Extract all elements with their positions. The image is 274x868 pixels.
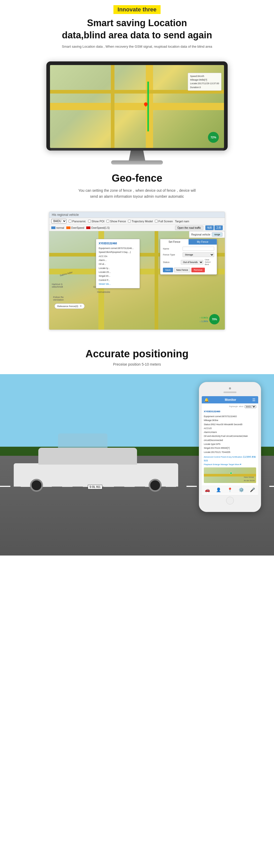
phone-screen: 🔔 Monitor ☰ Rightangle allout: BAIDU XY0… (202, 396, 258, 495)
set-fence-dialog: Set Fence My Fence Name Fence Type Stora… (160, 239, 217, 275)
car-body (14, 463, 178, 487)
car-cabin (38, 448, 137, 465)
monitor-stand (46, 151, 228, 164)
password-link[interactable]: 忘记密码 (243, 456, 251, 458)
map-green-route (147, 82, 149, 131)
monitor-screen: Speed:0Km/h Mileage:0Mile[?] Locate:2017… (50, 65, 224, 148)
phone-titlebar: 🔔 Monitor ☰ (202, 396, 258, 403)
more-link[interactable]: More▼ (235, 463, 242, 466)
speed-badges-row: normal OverSpeed OverSpeed(1.5) Open the… (49, 225, 225, 231)
badge-overspeed15: OverSpeed(1.5) (86, 226, 109, 229)
set-fence-body: Name Fence Type Storage Status Out of bo… (160, 245, 217, 274)
geofence-percent-badge: 70% (209, 314, 219, 324)
phone-advanced-links: Advanced Control Panel A key fortificati… (204, 455, 256, 466)
car-shape: S·OL 911 (14, 463, 178, 487)
innovate-badge: Innovate three (113, 5, 161, 14)
map-type-satellite[interactable]: 卫星 (214, 225, 223, 230)
toolbar-panoramic[interactable]: Panoramic (69, 220, 86, 223)
click-select-bind[interactable]: Click Select Bind (205, 258, 214, 266)
phone-baidu-select[interactable]: BAIDU (245, 405, 256, 408)
monitor-wrapper: Speed:0Km/h Mileage:0Mile[?] Locate:2017… (0, 61, 274, 164)
section-description: Smart saving Location data , When recove… (10, 44, 264, 49)
geofence-map-area: Regional vehicle range XY03D3132460 Equi… (49, 231, 225, 330)
chip-close[interactable]: ✕ (79, 305, 82, 308)
phone-nav-mic[interactable]: 🎤 (250, 487, 255, 492)
key-fortification-link[interactable]: A key fortification (227, 456, 242, 458)
badge-overspeed: OverSpeed (66, 226, 84, 229)
section-innovate: Innovate three Smart saving Location dat… (0, 0, 274, 56)
relevance-fence-chip: Relevance Fence(0) ✕ (55, 303, 85, 309)
phone-nav-person[interactable]: 👤 (216, 487, 221, 492)
control-panel-link[interactable]: Control Panel (214, 456, 226, 458)
monitor-outer: Speed:0Km/h Mileage:0Mile[?] Locate:2017… (46, 61, 228, 151)
geofence-ui: His regional vehicle BAIDU Panoramic Sho… (49, 212, 225, 330)
fence-type-select[interactable]: Storage (182, 252, 214, 257)
gf-road4 (155, 231, 158, 330)
toolbar-show-poi[interactable]: Show POI (88, 220, 105, 223)
toolbar-show-fence[interactable]: Show Fence (106, 220, 126, 223)
car-windshield (58, 433, 107, 448)
set-fence-tabs: Set Fence My Fence (160, 239, 217, 245)
toolbar-trajectory[interactable]: Trajectory Model (128, 220, 153, 223)
geofence-title: Geo-fence (21, 172, 253, 184)
phone-nav-settings[interactable]: ⚙️ (239, 487, 244, 492)
tab-set-fence[interactable]: Set Fence (160, 239, 189, 245)
regional-vehicle-panel: Regional vehicle range (189, 231, 225, 238)
geofence-desc2: send an alarm information toyour admin n… (21, 193, 253, 200)
remove-fence-button[interactable]: Remove (192, 268, 205, 272)
manage-target-link[interactable]: Manage Target (221, 463, 234, 466)
tab-my-fence[interactable]: My Fence (189, 239, 217, 245)
fence-status-select[interactable]: Out of bounds (181, 260, 203, 265)
fence-name-input[interactable] (182, 247, 214, 251)
advanced-link[interactable]: Advanced (204, 456, 213, 458)
enlarge-link[interactable]: Enlarge (213, 463, 220, 466)
fence-type-row: Fence Type Storage (163, 252, 214, 257)
phone-home-button[interactable] (226, 497, 234, 504)
phone-outer: 🔔 Monitor ☰ Rightangle allout: BAIDU XY0… (199, 382, 261, 512)
phone-camera (229, 388, 231, 390)
street-view-link[interactable]: Street Vie... (99, 282, 137, 286)
phone-map-mini: Hans Schulz An der Kirche (204, 467, 256, 483)
overspeed15-color (86, 226, 91, 229)
badge-normal: normal (51, 226, 64, 229)
playback-link[interactable]: Playback (204, 463, 212, 466)
phone-nav-location[interactable]: 📍 (228, 487, 233, 492)
geofence-titlebar: His regional vehicle (49, 212, 225, 218)
street-label-3: Polizei Revierstation (53, 296, 64, 301)
phone-content: Rightangle allout: BAIDU XY03D3132460 Eq… (202, 403, 258, 486)
street-label-7: Heimatstube (97, 291, 110, 293)
monitor-neck (127, 151, 147, 161)
geofence-desc1: You can setting the zone of fence，when d… (21, 188, 253, 194)
toolbar-target: Target nam (175, 220, 189, 223)
phone-notification-icon: 🔔 (204, 398, 209, 402)
map-type-buttons: 地图 卫星 (205, 225, 223, 230)
map-road-horizontal (50, 103, 224, 110)
phone-menu-icon[interactable]: ☰ (252, 398, 255, 402)
map-type-ditu[interactable]: 地图 (205, 225, 214, 230)
new-fence-button[interactable]: New Fence (174, 268, 191, 272)
open-road-button[interactable]: Open the road traffic (175, 226, 203, 230)
save-fence-button[interactable]: Save (163, 268, 173, 272)
fence-action-buttons: Save New Fence Remove (163, 268, 214, 272)
phone-mockup: 🔔 Monitor ☰ Rightangle allout: BAIDU XY0… (199, 382, 261, 512)
range-button[interactable]: range (212, 232, 222, 237)
monitor-bottom-bar (50, 148, 224, 151)
baidu-select[interactable]: BAIDU (51, 219, 67, 223)
phone-nav-car[interactable]: 🚗 (205, 487, 210, 492)
geofence-toolbar: BAIDU Panoramic Show POI Show Fence Traj… (49, 218, 225, 225)
section-accurate: Accurate positioning Preceise position 5… (0, 340, 274, 369)
map-road-vertical2 (111, 65, 114, 148)
accurate-desc: Preceise position 5-10 meters (10, 362, 264, 366)
map-road-vertical (146, 65, 153, 148)
toolbar-fullscreen[interactable]: Smart saving Location Full Screen (155, 220, 173, 223)
accurate-title: Accurate positioning (10, 348, 264, 360)
section-geofence: Geo-fence You can setting the zone of fe… (0, 167, 274, 203)
section-title: Smart saving Location data,blind area da… (10, 17, 264, 41)
fence-status-row: Status Out of bounds Click Select Bind (163, 258, 214, 266)
street-label-2: Hartmut Goldschmidt (52, 283, 63, 288)
fence-name-row: Name (163, 247, 214, 251)
speed-indicators: ↑ 0.9K/s ↓ 1.2K/s (199, 316, 208, 323)
monitor-base (111, 160, 163, 164)
map-background: Speed:0Km/h Mileage:0Mile[?] Locate:2017… (50, 65, 224, 148)
car-phone-section: S·OL 911 🔔 Monitor ☰ Rightangle allout: (0, 374, 274, 556)
